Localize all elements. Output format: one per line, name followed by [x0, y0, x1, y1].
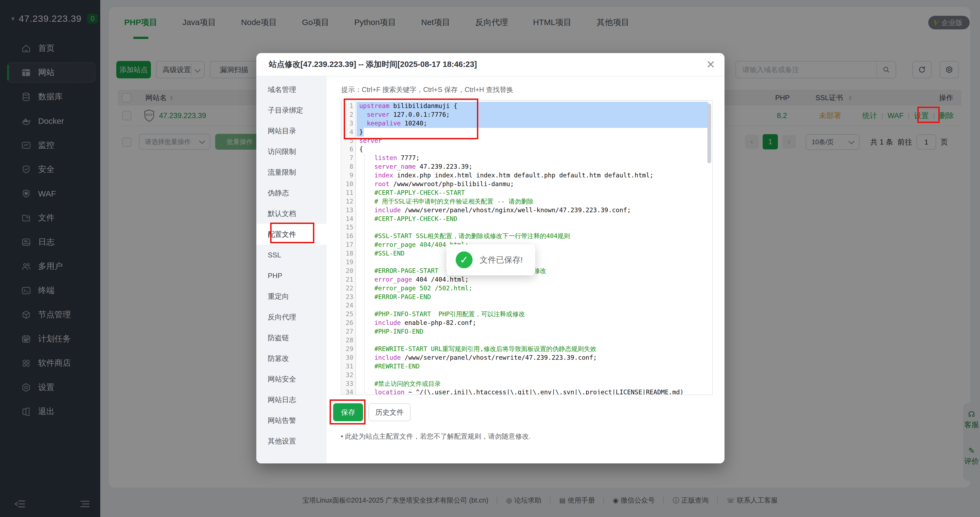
modal-nav-access-limit[interactable]: 访问限制	[256, 141, 326, 162]
code-line: 24	[341, 301, 712, 310]
annotation-box-upstream-code	[344, 98, 478, 139]
code-line: 26 include enable-php-82.conf;	[341, 319, 712, 327]
modal-nav-php[interactable]: PHP	[256, 265, 326, 286]
modal-nav-site-security[interactable]: 网站安全	[256, 369, 326, 389]
modal-nav-ssl[interactable]: SSL	[256, 244, 326, 265]
code-line: 11 #CERT-APPLY-CHECK--START	[341, 189, 712, 197]
modal-nav: 域名管理 子目录绑定 网站目录 访问限制 流量限制 伪静态 默认文档 配置文件 …	[256, 76, 326, 463]
modal-nav-domain[interactable]: 域名管理	[256, 79, 326, 100]
code-line: 16 #SSL-START SSL相关配置，请勿删除或修改下一行带注释的404规…	[341, 232, 712, 241]
modal-nav-default-doc[interactable]: 默认文档	[256, 203, 326, 224]
modal-nav-rewrite[interactable]: 伪静态	[256, 182, 326, 203]
file-saved-toast: ✓ 文件已保存!	[446, 244, 535, 275]
modal-header: 站点修改[47.239.223.39] -- 添加时间[2025-08-17 1…	[256, 53, 724, 76]
modal-nav-redirect[interactable]: 重定向	[256, 286, 326, 307]
code-line: 34 location ~ ^/(\.user.ini|\.htaccess|\…	[341, 388, 712, 395]
code-line: 10 root /www/wwwroot/php-bilibili-danmu;	[341, 180, 712, 189]
success-check-icon: ✓	[456, 251, 473, 268]
code-line: 14 #CERT-APPLY-CHECK--END	[341, 215, 712, 224]
code-line: 31 #REWRITE-END	[341, 362, 712, 371]
modal-nav-subdir[interactable]: 子目录绑定	[256, 100, 326, 121]
app-root: 47.239.223.39 0 首页 网站 数据库 Docker 监控	[0, 0, 980, 517]
code-line: 28	[341, 336, 712, 345]
close-icon[interactable]: ✕	[706, 59, 715, 70]
modal-nav-hotlink[interactable]: 防盗链	[256, 327, 326, 348]
code-line: 6{	[341, 145, 712, 154]
code-line: 23 #ERROR-PAGE-END	[341, 293, 712, 301]
code-line: 25 #PHP-INFO-START PHP引用配置，可以注释或修改	[341, 310, 712, 319]
annotation-box-save-button	[329, 400, 366, 425]
editor-scrollbar-thumb[interactable]	[707, 103, 711, 163]
modal-nav-tamper-proof[interactable]: 防篡改	[256, 348, 326, 369]
code-line: 30 include /www/server/panel/vhost/rewri…	[341, 354, 712, 362]
history-files-button[interactable]: 历史文件	[369, 403, 410, 421]
config-note: • 此处为站点主配置文件，若您不了解配置规则，请勿随意修改.	[341, 432, 531, 441]
modal-nav-traffic-limit[interactable]: 流量限制	[256, 162, 326, 182]
code-line: 13 include /www/server/panel/vhost/nginx…	[341, 206, 712, 215]
code-line: 21 error_page 404 /404.html;	[341, 275, 712, 284]
editor-hint: 提示：Ctrl+F 搜索关键字，Ctrl+S 保存，Ctrl+H 查找替换	[341, 85, 513, 94]
code-line: 8 server_name 47.239.223.39;	[341, 162, 712, 171]
code-line: 15	[341, 223, 712, 232]
annotation-box-settings-action	[917, 107, 940, 123]
modal-nav-reverse-proxy[interactable]: 反向代理	[256, 307, 326, 327]
modal-title: 站点修改[47.239.223.39] -- 添加时间[2025-08-17 1…	[269, 59, 477, 70]
code-line: 9 index index.php index.html index.htm d…	[341, 171, 712, 180]
code-line: 29 #REWRITE-START URL重写规则引用,修改后将导致面板设置的伪…	[341, 345, 712, 354]
code-line: 27 #PHP-INFO-END	[341, 327, 712, 336]
annotation-box-config-nav	[270, 223, 314, 243]
code-line: 12 # 用于SSL证书申请时的文件验证相关配置 -- 请勿删除	[341, 197, 712, 206]
code-line: 7 listen 7777;	[341, 154, 712, 162]
modal-nav-site-logs[interactable]: 网站日志	[256, 389, 326, 410]
toast-message: 文件已保存!	[480, 254, 523, 266]
code-line: 32	[341, 371, 712, 380]
code-line: 22 #error_page 502 /502.html;	[341, 284, 712, 293]
modal-nav-sitedir[interactable]: 网站目录	[256, 121, 326, 141]
modal-nav-site-alerts[interactable]: 网站告警	[256, 410, 326, 431]
code-line: 33 #禁止访问的文件或目录	[341, 380, 712, 388]
modal-nav-other[interactable]: 其他设置	[256, 431, 326, 451]
